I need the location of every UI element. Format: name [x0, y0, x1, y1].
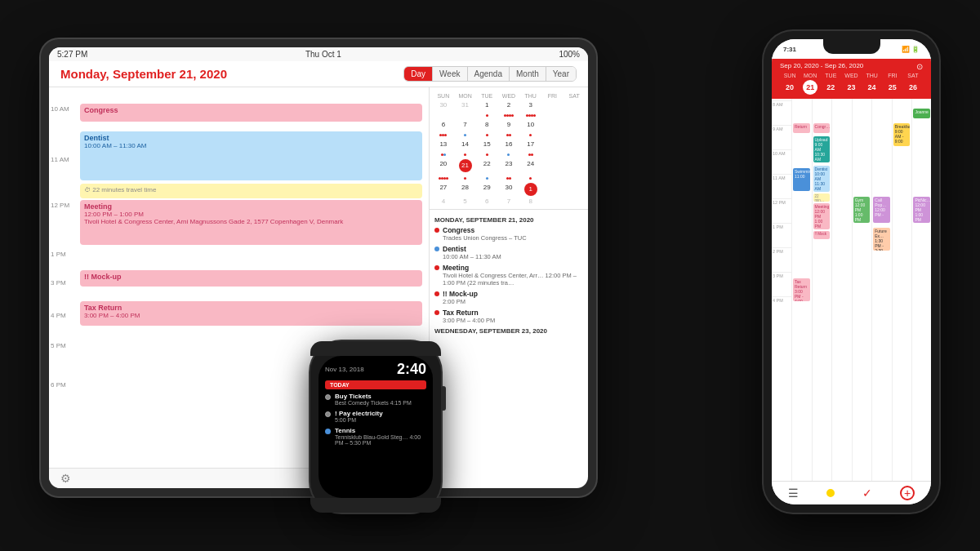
iphone-date-21[interactable]: 21 [803, 80, 817, 95]
cal-cell-14[interactable]: 14 [455, 140, 476, 149]
cal-cell-19[interactable] [564, 140, 585, 149]
agenda-meeting-info: Meeting Tivoli Hotel & Congress Center, … [443, 264, 583, 287]
agenda-meeting-name: Meeting [443, 264, 583, 272]
cal-cell-9b[interactable] [542, 197, 564, 206]
cal-cell-2a[interactable]: 2 [498, 100, 519, 109]
cal-cell-3a[interactable]: 3 [520, 100, 541, 109]
cal-cell-30a[interactable]: 30 [433, 100, 454, 109]
iphone-event-breakfast[interactable]: Breakfas…9:00 AM - 9:00 [893, 123, 911, 146]
cal-cell-8b[interactable]: 8 [520, 197, 541, 206]
cal-cell-9[interactable]: 9 [498, 120, 519, 129]
dots-13 [542, 130, 564, 139]
iphone-event-picnic[interactable]: PicNic…12:00 PM1:00 PM [913, 197, 930, 223]
cal-cell-3b[interactable] [564, 183, 585, 196]
event-dentist[interactable]: Dentist 10:00 AM – 11:30 AM [80, 131, 422, 180]
cal-cell-28[interactable]: 28 [455, 183, 476, 196]
cal-cell-21[interactable]: 21 [459, 159, 472, 172]
agenda-event-tax[interactable]: Tax Return 3:00 PM – 4:00 PM [434, 309, 583, 324]
agenda-event-congress[interactable]: Congress Trades Union Congress – TUC [434, 226, 583, 242]
cal-cell-4b[interactable]: 4 [433, 197, 454, 206]
dot-yellow-icon[interactable] [826, 489, 835, 497]
check-icon[interactable]: ✓ [862, 487, 872, 500]
iphone-event-swimming[interactable]: Swimming11:00 [793, 168, 810, 191]
iphone-event-taxreturn[interactable]: Tax Return3:00 PM - 4:00 [793, 278, 810, 301]
cal-cell-30b[interactable]: 30 [498, 183, 519, 196]
cal-cell-1b[interactable]: 1 [524, 183, 537, 196]
cal-cell-27[interactable]: 27 [433, 183, 454, 196]
time-12pm-iphone: 12 PM [772, 198, 791, 223]
menu-icon[interactable]: ☰ [788, 487, 799, 500]
iphone-date-22[interactable]: 22 [823, 80, 838, 95]
cal-cell-1a[interactable]: 1 [476, 100, 497, 109]
cal-cell-16[interactable]: 16 [498, 140, 519, 149]
watch-event-electricity[interactable]: ! Pay electricity 5:00 PM [325, 410, 426, 423]
cal-cell-31a[interactable]: 31 [455, 100, 476, 109]
iphone-event-meeting-iphone[interactable]: Meeting12:00 PM1:00 PM [813, 203, 831, 229]
cal-cell-7b[interactable]: 7 [498, 197, 519, 206]
iphone-event-return[interactable]: Return [793, 123, 810, 133]
event-congress[interactable]: Congress [80, 104, 422, 122]
iphone-event-callpop[interactable]: Call Pop…12:00 PM - [873, 197, 890, 223]
time-6pm: 6 PM [51, 381, 66, 389]
watch-event-tickets[interactable]: Buy Tickets Best Comedy Tickets 4:15 PM [325, 393, 426, 406]
time-9am: 9 AM [772, 125, 791, 149]
iphone-event-congress[interactable]: Congr… [813, 123, 831, 133]
search-icon[interactable]: ⊙ [916, 62, 923, 71]
cal-cell-11[interactable] [542, 120, 564, 129]
cal-cell-18[interactable] [542, 140, 564, 149]
cal-header-sun: SUN [433, 92, 454, 100]
cal-cell-8[interactable]: 8 [476, 120, 497, 129]
cal-cell-23[interactable]: 23 [498, 159, 519, 172]
cal-cell-4a[interactable] [542, 100, 564, 109]
cal-cell-17[interactable]: 17 [520, 140, 541, 149]
iphone-event-gym[interactable]: Gym12:00 PM1:00 PM [853, 197, 871, 223]
cal-cell-10b[interactable] [564, 197, 585, 206]
cal-cell-26[interactable] [564, 159, 585, 172]
iphone-date-23[interactable]: 23 [844, 80, 858, 95]
watch-event-tennis[interactable]: Tennis Tennisklub Blau-Gold Steg… 4:00 P… [325, 427, 426, 446]
iphone-date-25[interactable]: 25 [885, 80, 900, 95]
agenda-event-mockup[interactable]: !! Mock-up 2:00 PM [434, 290, 583, 305]
col-sat: Joanne PicNic…12:00 PM1:00 PM [911, 99, 931, 481]
iphone-event-mockup-iphone[interactable]: !! Mock [813, 231, 831, 239]
scene: 5:27 PM Thu Oct 1 100% Monday, September… [41, 23, 939, 529]
iphone-event-joanne[interactable]: Joanne [913, 109, 930, 118]
cal-cell-2b[interactable] [542, 183, 564, 196]
tab-year[interactable]: Year [546, 67, 576, 81]
event-taxreturn[interactable]: Tax Return 3:00 PM – 4:00 PM [80, 301, 422, 326]
cal-cell-6[interactable]: 6 [433, 120, 454, 129]
cal-cell-10[interactable]: 10 [520, 120, 541, 129]
tab-month[interactable]: Month [510, 67, 546, 81]
cal-cell-21-wrap[interactable]: 21 [455, 159, 476, 172]
cal-cell-7[interactable]: 7 [455, 120, 476, 129]
agenda-event-dentist[interactable]: Dentist 10:00 AM – 11:30 AM [434, 245, 583, 260]
cal-cell-22[interactable]: 22 [476, 159, 497, 172]
tab-day[interactable]: Day [404, 67, 433, 81]
iphone-event-dentist-iphone[interactable]: Dentist10:00 AM11:30 AM [813, 166, 831, 192]
cal-cell-25[interactable] [542, 159, 564, 172]
agenda-event-meeting[interactable]: Meeting Tivoli Hotel & Congress Center, … [434, 264, 583, 287]
iphone-date-26[interactable]: 26 [906, 80, 920, 95]
tab-week[interactable]: Week [433, 67, 467, 81]
agenda-mockup-info: !! Mock-up 2:00 PM [443, 290, 583, 305]
iphone-date-24[interactable]: 24 [865, 80, 880, 95]
iphone-event-futureex[interactable]: Future Ex…1:30 PM - 2:30 [873, 228, 890, 251]
cal-cell-12[interactable] [564, 120, 585, 129]
settings-icon[interactable]: ⚙ [60, 472, 71, 485]
cal-cell-15[interactable]: 15 [476, 140, 497, 149]
event-meeting[interactable]: Meeting 12:00 PM – 1:00 PM Tivoli Hotel … [80, 200, 422, 245]
cal-cell-20[interactable]: 20 [433, 159, 454, 172]
cal-cell-13[interactable]: 13 [433, 140, 454, 149]
tab-agenda[interactable]: Agenda [468, 67, 510, 81]
iphone-date-20[interactable]: 20 [782, 80, 797, 95]
cal-cell-5b[interactable]: 5 [455, 197, 476, 206]
agenda-congress-sub: Trades Union Congress – TUC [443, 234, 583, 242]
event-mockup[interactable]: !! Mock-up [80, 270, 422, 287]
cal-cell-5a[interactable] [564, 100, 585, 109]
cal-cell-6b[interactable]: 6 [476, 197, 497, 206]
watch-tennis-info: Tennis Tennisklub Blau-Gold Steg… 4:00 P… [335, 427, 426, 446]
add-button[interactable]: + [900, 486, 915, 500]
iphone-event-upload[interactable]: Upload9:00 AM10:30 AM [813, 136, 831, 162]
cal-cell-24[interactable]: 24 [520, 159, 541, 172]
cal-cell-29[interactable]: 29 [476, 183, 497, 196]
